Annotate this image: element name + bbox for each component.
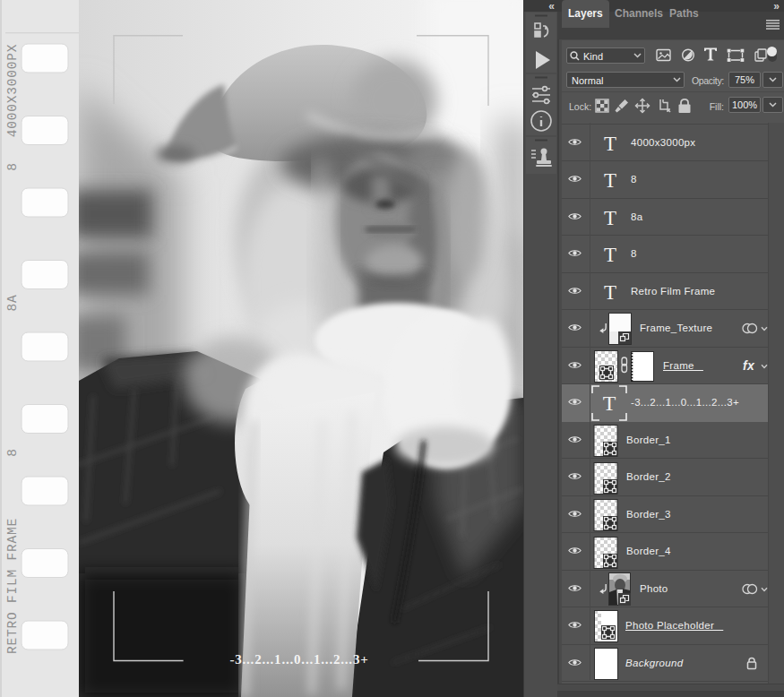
svg-text:8: 8 <box>5 448 20 457</box>
svg-text:-3...2...1...0...1...2...3+: -3...2...1...0...1...2...3+ <box>229 652 368 667</box>
svg-text:RETRO FILM FRAME: RETRO FILM FRAME <box>5 518 20 654</box>
svg-text:4000X3000PX: 4000X3000PX <box>5 44 20 138</box>
svg-text:8: 8 <box>5 162 20 171</box>
svg-text:T: T <box>603 392 616 415</box>
svg-text:8A: 8A <box>5 294 20 311</box>
